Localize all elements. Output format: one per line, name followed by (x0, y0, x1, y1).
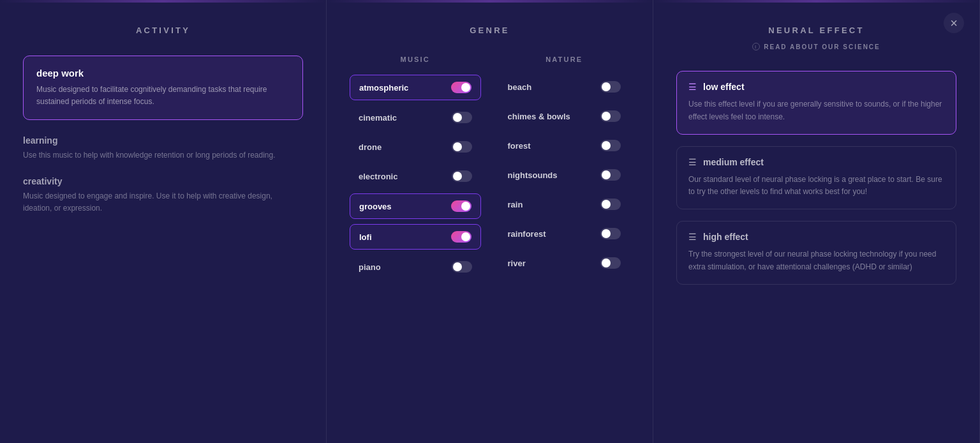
neural-high-icon: ☰ (688, 232, 697, 242)
activity-learning-title: learning (23, 135, 303, 146)
genre-chimes-bowls-label: chimes & bowls (508, 112, 570, 121)
genre-lofi-toggle[interactable] (451, 231, 471, 243)
neural-card-low[interactable]: ☰ low effect Use this effect level if yo… (676, 71, 956, 135)
genre-piano-label: piano (359, 262, 381, 272)
genre-item-cinematic[interactable]: cinematic (350, 105, 481, 130)
activity-deep-work-desc: Music designed to facilitate cognitively… (36, 84, 290, 108)
neural-card-medium-header: ☰ medium effect (688, 157, 944, 167)
neural-card-high[interactable]: ☰ high effect Try the strongest level of… (676, 221, 956, 285)
activity-learning-item[interactable]: learning Use this music to help with kno… (23, 135, 303, 161)
info-icon: i (752, 43, 760, 50)
nature-col-title: NATURE (499, 56, 630, 63)
activity-panel: ACTIVITY deep work Music designed to fac… (0, 0, 327, 443)
music-col-title: MUSIC (350, 56, 481, 63)
genre-electronic-label: electronic (359, 172, 397, 181)
genre-panel: GENRE MUSIC atmospheric cinematic drone … (327, 0, 653, 443)
genre-item-grooves[interactable]: grooves (350, 193, 481, 219)
neural-card-low-header: ☰ low effect (688, 82, 944, 92)
activity-creativity-desc: Music designed to engage and inspire. Us… (23, 190, 303, 214)
genre-river-label: river (508, 259, 526, 268)
neural-low-icon: ☰ (688, 82, 697, 92)
neural-medium-desc: Our standard level of neural phase locki… (688, 174, 944, 199)
neural-subtitle-text: READ ABOUT OUR SCIENCE (764, 43, 880, 50)
activity-deep-work-card[interactable]: deep work Music designed to facilitate c… (23, 56, 303, 120)
genre-item-forest[interactable]: forest (499, 133, 630, 158)
neural-low-desc: Use this effect level if you are general… (688, 98, 944, 124)
activity-creativity-title: creativity (23, 176, 303, 186)
genre-atmospheric-toggle[interactable] (451, 82, 471, 93)
genre-drone-toggle[interactable] (452, 141, 472, 153)
svg-text:i: i (755, 44, 757, 50)
genre-forest-label: forest (508, 141, 531, 151)
genre-item-beach[interactable]: beach (499, 75, 630, 99)
genre-item-river[interactable]: river (499, 251, 630, 275)
genre-cinematic-label: cinematic (359, 113, 397, 123)
genre-electronic-toggle[interactable] (452, 170, 472, 182)
genre-item-lofi[interactable]: lofi (350, 224, 481, 250)
genre-rainforest-label: rainforest (508, 229, 546, 239)
genre-beach-label: beach (508, 82, 532, 92)
genre-columns: MUSIC atmospheric cinematic drone electr… (350, 56, 630, 284)
genre-grooves-label: grooves (359, 202, 392, 211)
genre-atmospheric-label: atmospheric (359, 83, 408, 93)
music-column: MUSIC atmospheric cinematic drone electr… (350, 56, 481, 284)
genre-forest-toggle[interactable] (600, 140, 621, 151)
genre-rain-toggle[interactable] (600, 199, 621, 210)
neural-card-medium[interactable]: ☰ medium effect Our standard level of ne… (676, 146, 956, 210)
genre-river-toggle[interactable] (600, 257, 621, 269)
genre-rain-label: rain (508, 200, 523, 209)
genre-item-atmospheric[interactable]: atmospheric (350, 75, 481, 100)
neural-high-desc: Try the strongest level of our neural ph… (688, 248, 944, 274)
genre-item-nightsounds[interactable]: nightsounds (499, 163, 630, 187)
genre-item-rain[interactable]: rain (499, 192, 630, 216)
genre-beach-toggle[interactable] (600, 81, 621, 93)
neural-panel: NEURAL EFFECT i READ ABOUT OUR SCIENCE ☰… (653, 0, 980, 443)
genre-chimes-bowls-toggle[interactable] (600, 110, 621, 122)
genre-piano-toggle[interactable] (452, 261, 472, 273)
nature-column: NATURE beach chimes & bowls forest night… (499, 56, 630, 284)
genre-item-electronic[interactable]: electronic (350, 164, 481, 188)
genre-nightsounds-toggle[interactable] (600, 169, 621, 181)
genre-rainforest-toggle[interactable] (600, 228, 621, 239)
genre-drone-label: drone (359, 142, 382, 152)
genre-item-piano[interactable]: piano (350, 255, 481, 279)
neural-subtitle-row[interactable]: i READ ABOUT OUR SCIENCE (676, 43, 956, 50)
genre-nightsounds-label: nightsounds (508, 170, 558, 180)
activity-creativity-item[interactable]: creativity Music designed to engage and … (23, 176, 303, 214)
neural-card-high-header: ☰ high effect (688, 232, 944, 242)
activity-title: ACTIVITY (23, 26, 303, 35)
neural-high-title: high effect (703, 232, 748, 242)
genre-item-chimes-bowls[interactable]: chimes & bowls (499, 104, 630, 128)
activity-learning-desc: Use this music to help with knowledge re… (23, 149, 303, 161)
close-button[interactable]: × (944, 13, 964, 33)
neural-title: NEURAL EFFECT (676, 26, 956, 35)
neural-medium-icon: ☰ (688, 157, 697, 167)
genre-item-drone[interactable]: drone (350, 135, 481, 159)
genre-cinematic-toggle[interactable] (452, 112, 472, 123)
genre-grooves-toggle[interactable] (451, 200, 471, 212)
neural-low-title: low effect (703, 82, 745, 92)
genre-title: GENRE (350, 26, 630, 35)
genre-item-rainforest[interactable]: rainforest (499, 222, 630, 246)
neural-medium-title: medium effect (703, 157, 764, 167)
activity-deep-work-title: deep work (36, 68, 290, 79)
genre-lofi-label: lofi (359, 232, 372, 242)
